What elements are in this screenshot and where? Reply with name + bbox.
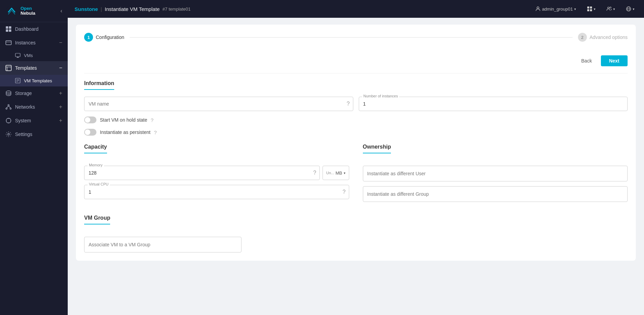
- sidebar-item-instances[interactable]: Instances −: [0, 36, 68, 50]
- sidebar-item-dashboard[interactable]: Dashboard: [0, 22, 68, 36]
- sidebar-collapse-button[interactable]: ‹: [61, 8, 62, 14]
- title-separator: |: [101, 6, 102, 12]
- networks-icon: [5, 104, 12, 110]
- sidebar-item-settings[interactable]: Settings: [0, 127, 68, 141]
- svg-rect-7: [15, 53, 20, 57]
- logo-area: Open Nebula ‹: [0, 0, 68, 22]
- sidebar-item-templates[interactable]: Templates −: [0, 61, 68, 75]
- users-menu-button[interactable]: ▾: [604, 5, 618, 13]
- svg-line-22: [9, 106, 11, 108]
- divider-1: [84, 73, 628, 73]
- system-expand-icon: +: [59, 118, 62, 124]
- templates-icon: [5, 65, 12, 71]
- logo-text: Open Nebula: [21, 6, 35, 16]
- diff-group-field: [363, 186, 628, 202]
- vm-name-input[interactable]: [84, 97, 353, 111]
- vm-name-help-icon: ?: [347, 101, 350, 107]
- num-instances-label: Number of instances: [362, 94, 399, 98]
- sidebar-item-instances-label: Instances: [15, 40, 56, 45]
- memory-unit-select[interactable]: Un... MB ▾: [323, 166, 349, 180]
- svg-rect-5: [6, 41, 11, 45]
- settings-icon: [5, 131, 12, 137]
- memory-unit-label: Un...: [326, 171, 334, 175]
- memory-unit-value: MB: [336, 170, 342, 176]
- templates-collapse-icon: −: [59, 65, 62, 71]
- memory-help-icon: ?: [313, 170, 316, 176]
- svg-rect-3: [6, 29, 8, 32]
- logo: Open Nebula: [5, 5, 35, 17]
- steps-bar: 1 Configuration 2 Advanced options: [84, 33, 628, 42]
- memory-input[interactable]: [84, 166, 320, 180]
- svg-point-18: [8, 105, 9, 106]
- sidebar: Open Nebula ‹ Dashboard Instances − V: [0, 0, 68, 315]
- svg-point-24: [537, 7, 539, 9]
- apps-dropdown-icon: ▾: [594, 7, 595, 11]
- svg-rect-2: [9, 26, 11, 29]
- step-1: 1 Configuration: [84, 33, 124, 42]
- topbar: Sunstone | Instantiate VM Template #7 te…: [68, 0, 644, 18]
- memory-field-group: Memory ? Un... MB ▾: [84, 166, 349, 180]
- storage-expand-icon: +: [59, 90, 62, 96]
- language-menu-button[interactable]: ▾: [623, 5, 637, 13]
- user-menu-button[interactable]: admin_group01 ▾: [533, 5, 579, 13]
- sidebar-item-system-label: System: [15, 118, 56, 123]
- persistent-toggle[interactable]: [84, 129, 96, 136]
- svg-point-19: [6, 108, 7, 109]
- instances-icon: [5, 40, 12, 46]
- svg-point-30: [610, 7, 611, 8]
- svg-line-21: [6, 106, 9, 108]
- svg-point-20: [10, 108, 11, 109]
- sidebar-item-vms[interactable]: VMs: [0, 50, 68, 61]
- wizard-footer: Back Next: [84, 50, 628, 66]
- num-instances-input[interactable]: [359, 97, 628, 111]
- dashboard-icon: [5, 26, 12, 32]
- grid-icon: [587, 6, 592, 12]
- svg-point-17: [6, 91, 11, 93]
- sidebar-item-storage[interactable]: Storage +: [0, 86, 68, 100]
- sidebar-item-system[interactable]: System +: [0, 114, 68, 127]
- svg-rect-4: [9, 29, 11, 32]
- back-button[interactable]: Back: [576, 55, 597, 66]
- start-hold-row: Start VM on hold state ?: [84, 117, 628, 123]
- svg-rect-28: [590, 9, 592, 11]
- instances-collapse-icon: −: [59, 40, 62, 46]
- information-section: Information ? Number of instances Start …: [84, 80, 628, 136]
- logo-line2: Nebula: [21, 11, 35, 16]
- sidebar-item-networks-label: Networks: [15, 104, 56, 110]
- sidebar-item-vm-templates[interactable]: VM Templates: [0, 75, 68, 86]
- topbar-actions: admin_group01 ▾ ▾ ▾: [533, 5, 637, 13]
- language-dropdown-icon: ▾: [633, 7, 634, 11]
- sidebar-item-vm-templates-label: VM Templates: [24, 78, 52, 83]
- sidebar-item-templates-label: Templates: [15, 65, 56, 71]
- vcpu-label: Virtual CPU: [88, 182, 110, 186]
- start-hold-help-icon: ?: [151, 117, 154, 123]
- users-dropdown-icon: ▾: [613, 7, 615, 11]
- apps-menu-button[interactable]: ▾: [584, 5, 598, 13]
- next-button[interactable]: Next: [601, 55, 628, 66]
- diff-user-input[interactable]: [363, 166, 628, 181]
- ownership-section: Ownership: [363, 144, 628, 207]
- start-hold-toggle[interactable]: [84, 117, 96, 123]
- diff-group-input[interactable]: [363, 186, 628, 202]
- vcpu-input[interactable]: [84, 185, 349, 199]
- persistent-help-icon: ?: [154, 129, 157, 135]
- main-content: 1 Configuration 2 Advanced options Back …: [68, 18, 644, 315]
- steps-line: [130, 37, 572, 38]
- svg-rect-25: [587, 6, 589, 9]
- persistent-row: Instantiate as persistent ?: [84, 129, 628, 136]
- information-title: Information: [84, 80, 114, 90]
- globe-icon: [626, 6, 631, 12]
- sidebar-item-networks[interactable]: Networks +: [0, 100, 68, 114]
- users-icon: [606, 6, 612, 12]
- associate-vm-group-input[interactable]: [84, 237, 241, 252]
- persistent-label: Instantiate as persistent: [100, 129, 150, 135]
- user-label: admin_group01: [542, 6, 573, 12]
- system-icon: [5, 118, 12, 124]
- page-title: Instantiate VM Template: [105, 6, 160, 12]
- svg-point-29: [608, 7, 609, 9]
- step-2-circle: 2: [578, 33, 587, 42]
- main-wrapper: Sunstone | Instantiate VM Template #7 te…: [68, 0, 644, 315]
- memory-unit-dropdown-icon: ▾: [344, 171, 345, 175]
- user-dropdown-icon: ▾: [574, 7, 576, 11]
- svg-rect-27: [587, 9, 589, 11]
